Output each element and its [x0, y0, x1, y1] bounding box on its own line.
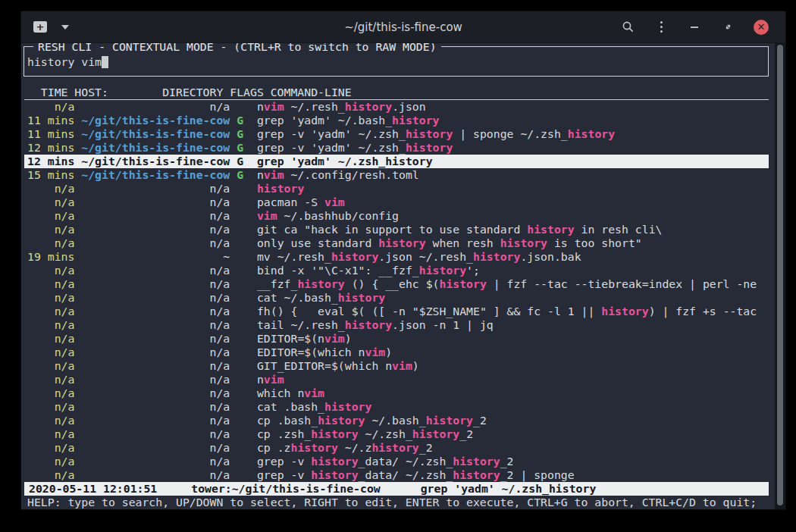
command-text: .json ~/.resh_ [378, 250, 473, 263]
history-row[interactable]: n/a n/a pacman -S vim [24, 196, 769, 209]
search-match: history [378, 236, 425, 249]
command-text: n [257, 373, 264, 386]
history-row[interactable]: n/a n/a nvim [24, 373, 769, 386]
cell-flags [237, 264, 257, 277]
new-tab-button[interactable]: + [33, 21, 47, 33]
history-row[interactable]: n/a n/a which nvim [24, 386, 769, 400]
history-rows: n/a n/a nvim ~/.resh_history.json11 mins… [24, 100, 769, 482]
cell-flags: G [237, 141, 257, 154]
cell-command: cp .zhistory ~/.zhistory_2 [257, 441, 433, 454]
history-row[interactable]: n/a n/a only use standard history when r… [24, 236, 769, 250]
command-text: bind -x '"\C-x1": __fzf_ [257, 264, 419, 277]
cell-command: pacman -S vim [257, 196, 345, 208]
cell-directory: n/a [81, 468, 230, 481]
history-row[interactable]: 19 mins ~ mv ~/.resh_history.json ~/.res… [24, 250, 769, 264]
cell-directory: n/a [81, 359, 230, 372]
terminal-window: + ~/git/this-is-fine-cow [20, 11, 786, 510]
history-row[interactable]: n/a n/a tail ~/.resh_history.json -n 1 |… [24, 318, 769, 332]
close-icon: ✕ [757, 22, 766, 32]
command-text: ~/.resh_ [284, 100, 345, 113]
history-row[interactable]: 12 mins ~/git/this-is-fine-cow G grep -v… [24, 141, 769, 155]
history-row[interactable]: n/a n/a nvim ~/.resh_history.json [24, 100, 769, 114]
cell-flags [237, 250, 257, 263]
cell-directory: n/a [81, 236, 230, 249]
cell-time: 11 mins [27, 127, 74, 140]
cell-command: which nvim [257, 386, 324, 399]
history-row[interactable]: n/a n/a history [24, 182, 769, 196]
search-match: history [338, 291, 385, 304]
command-text: | fzf --tac --tiebreak=index | perl -ne [487, 277, 757, 290]
history-row[interactable]: n/a n/a __fzf_history () { __ehc $(histo… [24, 277, 769, 291]
cell-time: n/a [27, 427, 74, 440]
history-row-selected[interactable]: 12 mins ~/git/this-is-fine-cow G grep 'y… [24, 155, 769, 168]
cell-time: n/a [27, 291, 74, 304]
cell-command: history [257, 182, 304, 195]
command-text: is too short" [547, 236, 642, 249]
close-button[interactable]: ✕ [754, 20, 769, 35]
history-row[interactable]: 15 mins ~/git/this-is-fine-cow G nvim ~/… [24, 168, 769, 182]
search-match: history [345, 318, 392, 331]
cell-time: n/a [27, 346, 74, 358]
history-row[interactable]: n/a n/a cp .bash_history ~/.bash_history… [24, 414, 769, 427]
minimize-icon [691, 27, 698, 28]
history-row[interactable]: n/a n/a git ca "hack in support to use s… [24, 223, 769, 236]
history-row[interactable]: n/a n/a GIT_EDITOR=$(which nvim) [24, 359, 769, 373]
scrollbar-thumb[interactable] [777, 45, 783, 505]
search-match: vim [392, 359, 412, 372]
command-text: in resh cli\ [575, 223, 663, 236]
command-text: grep -v [257, 455, 311, 468]
history-row[interactable]: 11 mins ~/git/this-is-fine-cow G grep 'y… [24, 114, 769, 127]
search-icon [622, 20, 635, 33]
search-match: history [318, 414, 365, 427]
cell-time: n/a [27, 305, 74, 318]
cell-flags [237, 100, 257, 113]
cell-command: nvim ~/.config/resh.toml [257, 168, 419, 181]
search-button[interactable] [620, 20, 635, 35]
tab-dropdown-button[interactable] [58, 20, 73, 35]
cell-flags [237, 400, 257, 413]
cell-directory: n/a [81, 100, 230, 113]
history-row[interactable]: n/a n/a fh() { eval $( ([ -n "$ZSH_NAME"… [24, 305, 769, 318]
cell-directory: n/a [81, 441, 230, 454]
search-match: history [311, 455, 358, 468]
search-query: history vim [27, 55, 102, 68]
history-row[interactable]: n/a n/a grep -v history_data/ ~/.zsh_his… [24, 455, 769, 468]
minimize-button[interactable] [687, 20, 702, 35]
history-row[interactable]: n/a n/a cat .bash_history [24, 400, 769, 414]
restore-button[interactable] [720, 20, 735, 35]
history-row[interactable]: n/a n/a cat ~/.bash_history [24, 291, 769, 305]
cell-time: n/a [27, 400, 74, 413]
search-match: history [297, 277, 344, 290]
search-match: vim [304, 386, 324, 399]
cell-command: vim ~/.bashhub/config [257, 209, 399, 222]
command-text: ) [385, 346, 392, 358]
command-text: which n [257, 386, 304, 399]
command-text: _2 [459, 427, 473, 440]
history-row[interactable]: 11 mins ~/git/this-is-fine-cow G grep -v… [24, 127, 769, 141]
history-row[interactable]: n/a n/a vim ~/.bashhub/config [24, 209, 769, 223]
history-row[interactable]: n/a n/a cp .zsh_history ~/.zsh_history_2 [24, 427, 769, 441]
command-text: .json [392, 100, 426, 113]
cell-flags [237, 305, 257, 318]
table-header: TIME HOST: DIRECTORY FLAGS COMMAND-LINE [24, 86, 769, 100]
command-text: | sponge ~/.zsh_ [453, 127, 567, 140]
kebab-menu-icon [660, 21, 663, 33]
history-row[interactable]: n/a n/a EDITOR=$(which nvim) [24, 346, 769, 359]
history-row[interactable]: n/a n/a cp .zhistory ~/.zhistory_2 [24, 441, 769, 455]
history-row[interactable]: n/a n/a EDITOR=$(nvim) [24, 332, 769, 346]
command-text: grep -v 'yadm' ~/.zsh_ [257, 141, 406, 154]
cell-directory: n/a [81, 414, 230, 427]
cell-directory: ~/git/this-is-fine-cow [81, 141, 230, 154]
cell-flags [237, 182, 257, 195]
status-datetime: 2020-05-11 12:01:51 [29, 482, 157, 495]
search-match: history [311, 427, 358, 440]
history-row[interactable]: n/a n/a bind -x '"\C-x1": __fzf_history'… [24, 264, 769, 277]
cell-directory: n/a [81, 277, 230, 290]
command-text: n [257, 168, 264, 181]
scrollbar[interactable] [775, 43, 785, 509]
search-match: vim [264, 168, 284, 181]
search-match: history [453, 468, 500, 481]
history-row[interactable]: n/a n/a grep -v history_data/ ~/.zsh_his… [24, 468, 769, 482]
status-location: tower:~/git/this-is-fine-cow [191, 482, 380, 495]
menu-button[interactable] [653, 20, 669, 35]
